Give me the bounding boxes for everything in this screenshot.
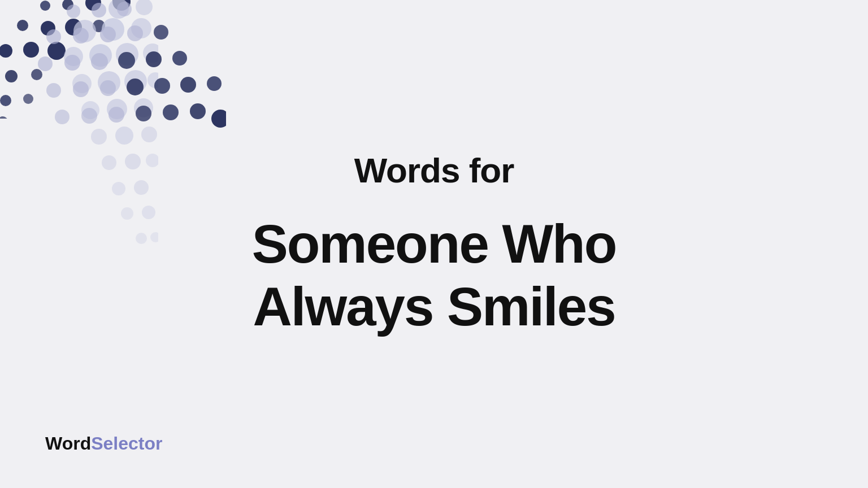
svg-point-64 <box>207 76 222 91</box>
svg-point-63 <box>180 77 196 93</box>
svg-point-39 <box>134 180 149 195</box>
svg-point-45 <box>92 3 106 18</box>
svg-point-53 <box>64 55 80 71</box>
svg-point-35 <box>102 155 116 170</box>
svg-point-55 <box>118 52 135 69</box>
svg-point-71 <box>211 110 226 128</box>
main-title: Someone Who Always Smiles <box>252 213 617 338</box>
svg-point-68 <box>136 106 151 121</box>
svg-point-44 <box>67 5 80 18</box>
subtitle-label: Words for <box>354 150 514 190</box>
svg-point-54 <box>91 53 108 70</box>
svg-point-38 <box>112 182 125 195</box>
svg-point-60 <box>100 80 116 96</box>
svg-point-37 <box>146 154 158 167</box>
svg-point-69 <box>163 104 179 120</box>
svg-point-47 <box>46 29 61 44</box>
title-line2: Someone Who <box>252 213 617 274</box>
svg-point-62 <box>154 78 170 94</box>
logo-selector-part: Selector <box>91 433 162 454</box>
svg-point-59 <box>73 81 89 97</box>
svg-point-65 <box>55 110 70 124</box>
svg-point-50 <box>127 25 143 41</box>
svg-point-46 <box>117 2 132 16</box>
svg-point-70 <box>190 103 206 119</box>
svg-point-49 <box>100 27 116 42</box>
main-content: Words for Someone Who Always Smiles <box>252 150 617 338</box>
svg-point-51 <box>154 25 168 40</box>
svg-point-67 <box>108 107 124 123</box>
svg-point-43 <box>150 232 158 242</box>
svg-point-61 <box>127 79 144 95</box>
bottom-right-dots <box>0 0 226 136</box>
svg-point-48 <box>73 28 89 43</box>
svg-point-56 <box>146 51 162 67</box>
site-logo: WordSelector <box>45 433 162 454</box>
svg-point-40 <box>121 207 133 220</box>
svg-point-57 <box>172 51 187 66</box>
title-line3: Always Smiles <box>253 276 615 337</box>
svg-point-66 <box>81 108 97 124</box>
svg-point-36 <box>125 154 141 169</box>
svg-point-41 <box>142 206 155 219</box>
svg-point-58 <box>46 83 61 98</box>
svg-point-42 <box>136 233 147 244</box>
logo-word-part: Word <box>45 433 91 454</box>
svg-point-52 <box>38 56 53 71</box>
